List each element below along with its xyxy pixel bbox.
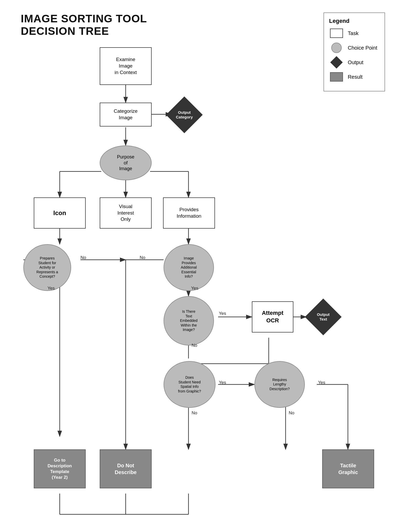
requires-lengthy-circle: Requires Lengthy Description?	[254, 361, 305, 408]
purpose-of-image-label: Purpose of Image	[117, 154, 134, 172]
legend-result-icon	[330, 72, 343, 82]
image-provides-label: Image Provides Additional Essential Info…	[181, 256, 197, 279]
output-category-diamond: Output Category	[166, 99, 203, 131]
categorize-image-box: Categorize Image	[100, 103, 152, 127]
output-text-label: Output Text	[317, 312, 329, 322]
legend-output-icon	[330, 56, 343, 69]
do-not-describe-label: Do Not Describe	[115, 462, 137, 476]
no-label-image-provides: No	[140, 255, 145, 260]
go-to-description-result: Go to Description Template (Year 2)	[34, 449, 86, 488]
page-title: IMAGE SORTING TOOL DECISION TREE	[21, 12, 147, 38]
yes-label-prepares: Yes	[48, 286, 55, 291]
is-text-embedded-label: Is There Text Embedded Within the Image?	[180, 309, 198, 332]
image-provides-circle: Image Provides Additional Essential Info…	[164, 244, 214, 291]
is-text-embedded-circle: Is There Text Embedded Within the Image?	[164, 296, 214, 345]
legend-item-result: Result	[329, 72, 377, 82]
legend-choice-label: Choice Point	[348, 45, 377, 51]
do-not-describe-result: Do Not Describe	[100, 449, 152, 488]
no-label-requires-lengthy: No	[289, 410, 294, 416]
go-to-description-label: Go to Description Template (Year 2)	[48, 457, 72, 480]
visual-interest-label: Visual Interest Only	[117, 203, 134, 223]
no-label-prepares: No	[80, 255, 86, 260]
legend-task-label: Task	[348, 30, 359, 36]
icon-box: Icon	[34, 197, 86, 229]
examine-image-label: Examine Image in Context	[114, 56, 137, 76]
tactile-graphic-label: Tactile Graphic	[338, 462, 358, 476]
yes-label-requires-lengthy: Yes	[318, 380, 325, 385]
legend-item-choice: Choice Point	[329, 43, 377, 53]
yes-label-does-student: Yes	[219, 380, 226, 385]
purpose-of-image-circle: Purpose of Image	[100, 145, 152, 180]
legend-choice-icon	[331, 43, 342, 53]
provides-info-box: Provides Information	[163, 197, 215, 229]
output-category-label: Output Category	[176, 110, 193, 119]
legend-output-label: Output	[348, 59, 363, 65]
legend-item-output: Output	[329, 57, 377, 68]
attempt-ocr-box: Attempt OCR	[252, 301, 293, 332]
legend-result-label: Result	[348, 74, 363, 80]
legend-task-icon	[330, 29, 343, 38]
no-label-does-student: No	[192, 410, 197, 416]
examine-image-box: Examine Image in Context	[100, 47, 152, 85]
yes-label-image-provides: Yes	[191, 286, 198, 291]
icon-label: Icon	[53, 209, 66, 217]
requires-lengthy-label: Requires Lengthy Description?	[269, 378, 290, 391]
attempt-ocr-label: Attempt OCR	[262, 309, 283, 324]
yes-label-text-embedded: Yes	[219, 311, 226, 316]
categorize-image-label: Categorize Image	[114, 108, 138, 121]
legend-item-task: Task	[329, 28, 377, 38]
does-student-need-label: Does Student Need Spatial Info from Grap…	[178, 375, 201, 394]
legend-title: Legend	[329, 18, 377, 24]
prepares-student-label: Prepares Student for Activity or Represe…	[36, 256, 58, 279]
no-label-text-embedded: No	[192, 343, 197, 348]
does-student-need-circle: Does Student Need Spatial Info from Grap…	[164, 361, 215, 408]
page: IMAGE SORTING TOOL DECISION TREE Legend …	[0, 0, 411, 532]
output-text-diamond: Output Text	[305, 301, 341, 332]
prepares-student-circle: Prepares Student for Activity or Represe…	[23, 244, 71, 291]
provides-info-label: Provides Information	[177, 207, 201, 219]
visual-interest-box: Visual Interest Only	[100, 197, 152, 229]
tactile-graphic-result: Tactile Graphic	[322, 449, 374, 488]
legend: Legend Task Choice Point Output Result	[324, 12, 385, 91]
